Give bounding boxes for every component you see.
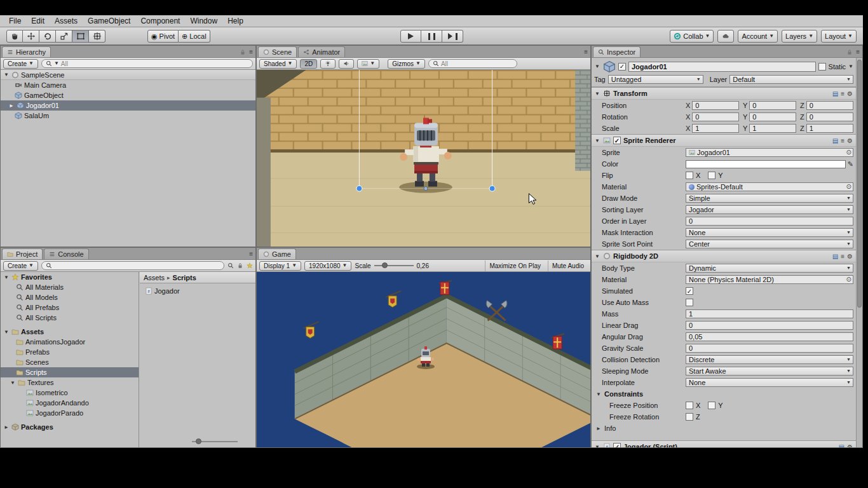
tab-scene[interactable]: Scene	[258, 46, 297, 57]
gear-icon[interactable]: ⚙	[847, 137, 853, 144]
pivot-toggle-button[interactable]: ◉Pivot	[147, 30, 179, 43]
sorting-layer-dropdown[interactable]: Jogador	[686, 205, 853, 214]
auto-mass-checkbox[interactable]	[686, 299, 693, 306]
hierarchy-scene-row[interactable]: ▼ SampleScene	[1, 70, 255, 80]
favorite-all-materials[interactable]: All Materials	[1, 282, 139, 292]
scrollbar-thumb[interactable]	[857, 60, 862, 308]
folder-animationsjogador[interactable]: AnimationsJogador	[1, 337, 139, 347]
scale-z-field[interactable]: 1	[806, 124, 853, 133]
fold-open-icon[interactable]: ▼	[594, 91, 600, 97]
tab-inspector[interactable]: Inspector	[593, 46, 641, 57]
info-row[interactable]: ► Info	[592, 423, 856, 434]
asset-item-jogador[interactable]: Jogador	[140, 286, 255, 296]
panel-menu-icon[interactable]: ≡	[249, 48, 253, 55]
open-asset-icon[interactable]	[227, 262, 234, 269]
slider-thumb[interactable]	[196, 438, 201, 444]
help-icon[interactable]: ▤	[832, 253, 838, 260]
scene-viewport[interactable]	[257, 70, 590, 247]
fold-open-icon[interactable]: ▼	[595, 391, 602, 397]
preset-icon[interactable]: ≡	[841, 253, 844, 260]
fold-open-icon[interactable]: ▼	[3, 72, 10, 78]
gravity-scale-field[interactable]: 0	[686, 344, 853, 353]
slider-thumb[interactable]	[382, 262, 388, 268]
resolution-dropdown[interactable]: 1920x1080▼	[304, 261, 351, 271]
fold-closed-icon[interactable]: ►	[595, 426, 602, 431]
panel-menu-icon[interactable]: ≡	[856, 48, 860, 55]
folder-scenes[interactable]: Scenes	[1, 357, 139, 367]
tab-hierarchy[interactable]: Hierarchy	[2, 46, 51, 57]
favorites-row[interactable]: ▼ Favorites	[1, 272, 139, 282]
star-icon[interactable]	[247, 262, 253, 269]
assets-root-row[interactable]: ▼ Assets	[1, 327, 139, 337]
mute-audio-toggle[interactable]: Mute Audio	[548, 261, 588, 271]
gizmos-dropdown[interactable]: Gizmos▼	[388, 59, 425, 69]
menu-component[interactable]: Component	[135, 17, 185, 25]
effects-dropdown[interactable]: ▼	[357, 59, 379, 69]
hierarchy-item-salaum[interactable]: SalaUm	[1, 111, 255, 121]
fold-open-icon[interactable]: ▼	[10, 380, 16, 386]
inspector-scrollbar[interactable]	[856, 58, 862, 447]
account-dropdown[interactable]: Account▼	[738, 30, 778, 43]
panel-menu-icon[interactable]: ≡	[584, 48, 588, 55]
interpolate-dropdown[interactable]: None	[686, 378, 853, 387]
display-dropdown[interactable]: Display 1▼	[259, 261, 301, 271]
order-in-layer-field[interactable]: 0	[686, 217, 853, 226]
constraints-row[interactable]: ▼ Constraints	[592, 388, 856, 400]
maximize-on-play-toggle[interactable]: Maximize On Play	[485, 261, 545, 271]
scale-y-field[interactable]: 1	[749, 124, 796, 133]
move-tool-button[interactable]	[23, 30, 39, 43]
rotation-z-field[interactable]: 0	[806, 112, 853, 121]
position-x-field[interactable]: 0	[692, 101, 739, 110]
lock-icon[interactable]	[237, 262, 243, 269]
rb-material-object-field[interactable]: None (Physics Material 2D)⊙	[686, 275, 853, 284]
texture-jogadorparado[interactable]: JogadorParado	[1, 408, 139, 418]
fold-open-icon[interactable]: ▼	[594, 254, 600, 259]
hierarchy-item-gameobject[interactable]: GameObject	[1, 90, 255, 100]
project-create-button[interactable]: Create▼	[3, 261, 38, 271]
menu-file[interactable]: File	[4, 17, 26, 25]
hierarchy-item-jogador01[interactable]: ► Jogador01	[1, 100, 255, 111]
texture-isometrico[interactable]: Isometrico	[1, 388, 139, 398]
linear-drag-field[interactable]: 0	[686, 321, 853, 330]
sprite-renderer-header[interactable]: ▼ Sprite Renderer ▤ ≡ ⚙	[592, 134, 856, 147]
eyedropper-icon[interactable]: ✎	[848, 160, 853, 168]
packages-root-row[interactable]: ► Packages	[1, 422, 139, 432]
menu-assets[interactable]: Assets	[50, 17, 83, 25]
collision-detection-dropdown[interactable]: Discrete	[686, 355, 853, 364]
hierarchy-create-button[interactable]: Create▼	[3, 59, 38, 69]
game-scale-slider[interactable]	[374, 262, 414, 269]
freeze-position-y-checkbox[interactable]	[708, 402, 715, 409]
mass-field[interactable]: 1	[686, 309, 853, 318]
scale-tool-button[interactable]	[56, 30, 72, 43]
breadcrumb-root[interactable]: Assets	[144, 274, 165, 281]
gameobject-name-field[interactable]: Jogador01	[628, 62, 816, 72]
fold-closed-icon[interactable]: ►	[8, 103, 15, 109]
thumbnail-zoom-slider[interactable]	[192, 438, 238, 445]
simulated-checkbox[interactable]	[686, 287, 693, 295]
tab-project[interactable]: Project	[2, 248, 43, 259]
static-dropdown-icon[interactable]: ▼	[848, 64, 853, 69]
rect-tool-button[interactable]	[72, 30, 89, 43]
pause-button[interactable]	[421, 30, 442, 43]
audio-toggle-button[interactable]	[339, 59, 354, 69]
script-component-header[interactable]: ▼ Jogador (Script) ▤ ⚙	[592, 440, 856, 447]
step-button[interactable]	[442, 30, 463, 43]
active-checkbox[interactable]	[618, 63, 626, 71]
lock-icon[interactable]	[240, 49, 246, 55]
panel-menu-icon[interactable]: ≡	[249, 250, 253, 257]
folder-prefabs[interactable]: Prefabs	[1, 347, 139, 357]
tab-game[interactable]: Game	[258, 248, 296, 259]
gear-icon[interactable]: ⚙	[847, 444, 853, 448]
collab-button[interactable]: Collab▼	[670, 30, 714, 43]
fold-open-icon[interactable]: ▼	[594, 444, 600, 448]
draw-mode-dropdown[interactable]: Simple	[686, 194, 853, 203]
angular-drag-field[interactable]: 0,05	[686, 332, 853, 341]
freeze-position-x-checkbox[interactable]	[686, 402, 693, 409]
mask-interaction-dropdown[interactable]: None	[686, 228, 853, 237]
freeze-rotation-z-checkbox[interactable]	[686, 413, 693, 421]
sprite-sort-point-dropdown[interactable]: Center	[686, 240, 853, 248]
flip-y-checkbox[interactable]	[708, 172, 715, 179]
component-enabled-checkbox[interactable]	[613, 137, 621, 144]
help-icon[interactable]: ▤	[839, 444, 844, 448]
scale-x-field[interactable]: 1	[692, 124, 739, 133]
